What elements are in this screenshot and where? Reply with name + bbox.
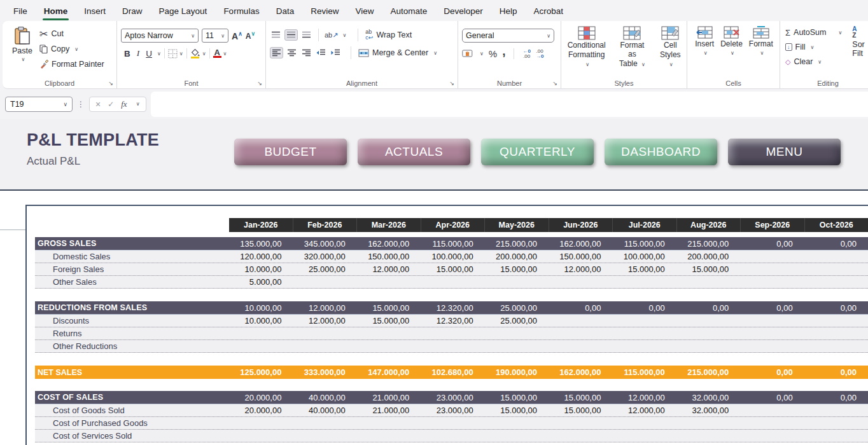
value-cell[interactable]: 102.680,00 [421, 367, 484, 377]
align-right-button[interactable] [300, 48, 312, 58]
value-cell[interactable]: 15.000,00 [549, 393, 612, 402]
ribbon-tab-developer[interactable]: Developer [435, 2, 491, 21]
value-cell[interactable]: 0,00 [549, 303, 612, 313]
ribbon-tab-file[interactable]: File [5, 2, 36, 21]
value-cell[interactable]: 0,00 [804, 303, 868, 313]
ribbon-tab-view[interactable]: View [347, 2, 382, 21]
value-cell[interactable]: 21.000,00 [357, 393, 421, 402]
ribbon-tab-help[interactable]: Help [491, 2, 526, 21]
ribbon-tab-insert[interactable]: Insert [76, 2, 114, 21]
value-cell[interactable]: 12.000,00 [549, 264, 612, 274]
value-cell[interactable]: 215.000,00 [676, 367, 740, 377]
row-label[interactable]: REDUCTIONS FROM SALES [35, 303, 229, 312]
value-cell[interactable]: 0,00 [740, 393, 804, 402]
row-label[interactable]: Returns [35, 329, 229, 338]
value-cell[interactable]: 0,00 [804, 367, 868, 377]
name-box[interactable]: T19 ∨ [5, 97, 73, 112]
value-cell[interactable]: 162.000,00 [549, 239, 612, 249]
comma-style-button[interactable]: , [502, 48, 505, 55]
cut-button[interactable]: ✂ Cut [38, 27, 106, 40]
row-label[interactable]: Cost of Services Sold [35, 431, 229, 441]
font-size-combo[interactable]: 11∨ [202, 29, 228, 43]
value-cell[interactable]: 25.000,00 [485, 303, 549, 313]
menu-nav-button[interactable]: MENU [728, 139, 841, 165]
value-cell[interactable]: 0,00 [740, 303, 804, 313]
value-cell[interactable]: 190.000,00 [485, 367, 549, 377]
increase-decimal-button[interactable]: ←0.00 [522, 49, 530, 59]
row-label[interactable]: Discounts [35, 316, 229, 325]
number-format-combo[interactable]: General∨ [462, 29, 554, 43]
month-header-cell[interactable]: Oct-2026 [805, 218, 868, 232]
bold-button[interactable]: B [121, 49, 134, 58]
increase-font-size-button[interactable]: A∧ [232, 31, 242, 41]
row-label[interactable]: GROSS SALES [35, 239, 229, 248]
value-cell[interactable]: 12.320,00 [421, 316, 484, 325]
ribbon-tab-page-layout[interactable]: Page Layout [151, 2, 216, 21]
orientation-chevron-icon[interactable]: ∨ [342, 32, 346, 38]
value-cell[interactable]: 100.000,00 [421, 252, 484, 261]
value-cell[interactable]: 215.000,00 [485, 239, 549, 249]
value-cell[interactable]: 15.000,00 [676, 264, 740, 274]
increase-indent-button[interactable] [330, 48, 342, 58]
format-cells-button[interactable]: Format ∨ [749, 26, 773, 78]
align-center-button[interactable] [286, 48, 298, 58]
value-cell[interactable]: 0,00 [612, 303, 676, 313]
autosum-button[interactable]: Σ AutoSum ∨ [784, 26, 843, 39]
value-cell[interactable]: 135.000,00 [229, 239, 293, 249]
value-cell[interactable]: 15.000,00 [612, 264, 676, 274]
value-cell[interactable]: 0,00 [740, 239, 804, 249]
value-cell[interactable]: 10.000,00 [229, 316, 293, 325]
value-cell[interactable]: 162.000,00 [357, 239, 421, 249]
ribbon-tab-automate[interactable]: Automate [382, 2, 435, 21]
value-cell[interactable]: 147.000,00 [357, 367, 421, 377]
paste-button[interactable]: Paste ∨ [6, 25, 38, 78]
accounting-chevron-icon[interactable]: ∨ [480, 51, 484, 57]
alignment-dialog-launcher-icon[interactable]: ↘ [449, 80, 454, 86]
ribbon-tab-data[interactable]: Data [268, 2, 303, 21]
font-color-button[interactable]: A [213, 49, 221, 58]
value-cell[interactable]: 10.000,00 [229, 264, 293, 274]
value-cell[interactable]: 15.000,00 [549, 406, 612, 415]
value-cell[interactable]: 23.000,00 [421, 393, 484, 402]
ribbon-tab-home[interactable]: Home [36, 2, 76, 21]
month-header-cell[interactable]: Jan-2026 [229, 218, 293, 232]
format-painter-button[interactable]: Format Painter [38, 58, 106, 71]
value-cell[interactable]: 21.000,00 [357, 406, 421, 415]
sort-filter-button[interactable]: AZ Sor Filt [852, 26, 864, 78]
fill-color-button[interactable] [190, 49, 200, 58]
value-cell[interactable]: 23.000,00 [421, 406, 484, 415]
underline-chevron-icon[interactable]: ∨ [157, 51, 161, 57]
insert-function-button[interactable]: fx [121, 99, 127, 109]
month-header-cell[interactable]: Mar-2026 [357, 218, 421, 232]
value-cell[interactable]: 115.000,00 [612, 239, 676, 249]
value-cell[interactable]: 115.000,00 [612, 367, 676, 377]
row-label[interactable]: COST OF SALES [35, 393, 229, 402]
delete-cells-button[interactable]: Delete ∨ [720, 26, 743, 78]
decrease-font-size-button[interactable]: A∨ [246, 31, 255, 41]
value-cell[interactable]: 15.000,00 [485, 393, 549, 402]
value-cell[interactable]: 0,00 [676, 303, 740, 313]
value-cell[interactable]: 115.000,00 [421, 239, 484, 249]
value-cell[interactable]: 100.000,00 [612, 252, 676, 261]
format-as-table-button[interactable]: Format as Table ∨ [615, 26, 648, 78]
month-header-cell[interactable]: Jul-2026 [613, 218, 677, 232]
value-cell[interactable]: 200.000,00 [676, 252, 740, 261]
actuals-nav-button[interactable]: ACTUALS [358, 139, 470, 165]
value-cell[interactable]: 150.000,00 [549, 252, 612, 261]
dashboard-nav-button[interactable]: DASHBOARD [605, 139, 717, 165]
cancel-entry-icon[interactable]: × [95, 99, 101, 109]
month-header-cell[interactable]: Jun-2026 [549, 218, 613, 232]
clear-button[interactable]: ◇ Clear ∨ [784, 55, 843, 68]
value-cell[interactable]: 25.000,00 [485, 316, 549, 325]
value-cell[interactable]: 150.000,00 [357, 252, 421, 261]
value-cell[interactable]: 345.000,00 [293, 239, 356, 249]
value-cell[interactable]: 40.000,00 [293, 406, 356, 415]
budget-nav-button[interactable]: BUDGET [234, 139, 347, 165]
row-label[interactable]: Cost of Goods Sold [35, 406, 229, 415]
value-cell[interactable]: 12.000,00 [293, 303, 356, 313]
value-cell[interactable]: 162.000,00 [549, 367, 612, 377]
value-cell[interactable]: 0,00 [740, 367, 804, 377]
value-cell[interactable]: 0,00 [804, 393, 868, 402]
row-label[interactable]: Other Reductions [35, 341, 229, 351]
value-cell[interactable]: 15.000,00 [421, 264, 484, 274]
